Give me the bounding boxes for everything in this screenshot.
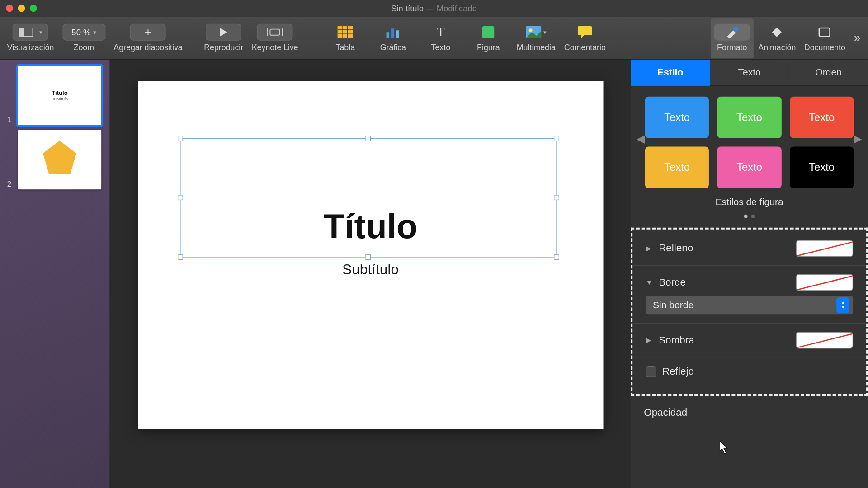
- keynote-live-button[interactable]: Keynote Live: [248, 18, 302, 58]
- shadow-color-well[interactable]: [796, 332, 853, 349]
- opacity-label: Opacidad: [631, 396, 868, 419]
- svg-rect-4: [338, 26, 353, 38]
- resize-handle[interactable]: [177, 254, 183, 260]
- resize-handle[interactable]: [553, 136, 559, 141]
- slide-number: 1: [7, 115, 12, 124]
- zoom-button[interactable]: 50 %▾ Zoom: [59, 18, 109, 58]
- svg-point-17: [733, 27, 738, 32]
- slide-number: 2: [7, 179, 12, 188]
- svg-rect-15: [578, 26, 592, 35]
- zoom-window-button[interactable]: [30, 5, 37, 12]
- slide-title-text[interactable]: Título: [138, 206, 603, 246]
- svg-rect-1: [19, 28, 24, 36]
- border-style-select[interactable]: Sin borde ▲▼: [646, 296, 853, 314]
- select-stepper-icon: ▲▼: [836, 297, 849, 313]
- close-window-button[interactable]: [6, 5, 13, 12]
- svg-point-13: [528, 28, 532, 32]
- reflection-checkbox[interactable]: [646, 366, 656, 377]
- media-button[interactable]: ▾ Multimedia: [513, 18, 559, 58]
- slide-subtitle-text[interactable]: Subtítulo: [138, 261, 603, 278]
- toolbar-overflow-icon[interactable]: »: [850, 31, 864, 45]
- resize-handle[interactable]: [177, 136, 183, 141]
- fill-color-well[interactable]: [796, 240, 853, 257]
- slide-canvas-area[interactable]: Título Subtítulo: [110, 60, 631, 488]
- highlighted-properties-region: ▶Relleno ▼Borde Sin borde ▲▼ ▶Sombra Ref…: [631, 228, 868, 396]
- document-name: Sin título: [391, 4, 424, 13]
- comment-button[interactable]: Comentario: [561, 18, 609, 58]
- window-title: Sin título — Modificado: [391, 4, 477, 13]
- styles-page-dots: [631, 210, 868, 225]
- style-swatch-pink[interactable]: Texto: [717, 146, 782, 188]
- svg-marker-16: [581, 34, 585, 38]
- window-controls: [0, 5, 37, 12]
- shadow-row[interactable]: ▶Sombra: [632, 324, 866, 357]
- style-swatch-blue[interactable]: Texto: [645, 97, 709, 138]
- document-status: Modificado: [437, 4, 477, 13]
- svg-rect-19: [820, 28, 830, 36]
- disclosure-icon[interactable]: ▼: [646, 278, 653, 286]
- inspector-tab-style[interactable]: Estilo: [631, 60, 710, 86]
- svg-rect-9: [387, 32, 390, 38]
- svg-rect-10: [391, 28, 394, 38]
- shape-button[interactable]: Figura: [465, 18, 512, 58]
- titlebar: Sin título — Modificado: [0, 0, 868, 17]
- resize-handle[interactable]: [365, 136, 371, 141]
- border-row[interactable]: ▼Borde: [632, 266, 866, 296]
- style-swatch-black[interactable]: Texto: [790, 146, 854, 188]
- play-button[interactable]: Reproducir: [200, 18, 247, 58]
- add-slide-button[interactable]: + Agregar diapositiva: [110, 18, 186, 58]
- resize-handle[interactable]: [177, 195, 183, 200]
- toolbar: ▾ Visualización 50 %▾ Zoom + Agregar dia…: [0, 17, 868, 60]
- style-swatch-green[interactable]: Texto: [717, 97, 782, 138]
- slide-thumbnail-1[interactable]: 1 Título Subtítulo: [18, 66, 102, 125]
- style-swatch-yellow[interactable]: Texto: [645, 146, 709, 188]
- shape-styles-caption: Estilos de figura: [631, 192, 868, 210]
- reflection-row[interactable]: Reflejo: [632, 357, 866, 386]
- table-button[interactable]: Tabla: [322, 18, 368, 58]
- chart-button[interactable]: Gráfica: [370, 18, 416, 58]
- fill-row[interactable]: ▶Relleno: [632, 232, 866, 266]
- resize-handle[interactable]: [365, 254, 371, 260]
- resize-handle[interactable]: [553, 254, 559, 260]
- pentagon-shape-thumb: [43, 141, 76, 174]
- svg-marker-18: [772, 28, 782, 37]
- resize-handle[interactable]: [553, 195, 559, 200]
- document-inspector-button[interactable]: Documento: [801, 18, 849, 58]
- slide[interactable]: Título Subtítulo: [138, 81, 603, 429]
- format-inspector-button[interactable]: Formato: [711, 18, 754, 58]
- minimize-window-button[interactable]: [18, 5, 25, 12]
- animate-inspector-button[interactable]: Animación: [755, 18, 799, 58]
- disclosure-icon[interactable]: ▶: [646, 244, 653, 253]
- format-inspector-panel: Estilo Texto Orden ◀ ▶ Texto Texto Texto…: [631, 60, 868, 488]
- svg-rect-11: [396, 30, 399, 38]
- text-button[interactable]: T Texto: [417, 18, 464, 58]
- border-color-well[interactable]: [796, 274, 853, 291]
- svg-rect-3: [270, 29, 280, 35]
- svg-marker-2: [220, 28, 227, 36]
- slide-navigator: 1 Título Subtítulo 2: [0, 60, 110, 488]
- slide-thumbnail-2[interactable]: 2: [18, 130, 102, 189]
- view-button[interactable]: ▾ Visualización: [4, 18, 57, 58]
- disclosure-icon[interactable]: ▶: [646, 336, 653, 344]
- style-swatch-red[interactable]: Texto: [790, 97, 854, 138]
- inspector-tab-arrange[interactable]: Orden: [789, 60, 868, 86]
- shape-styles-grid: Texto Texto Texto Texto Texto Texto: [631, 86, 868, 192]
- inspector-tab-text[interactable]: Texto: [710, 60, 789, 86]
